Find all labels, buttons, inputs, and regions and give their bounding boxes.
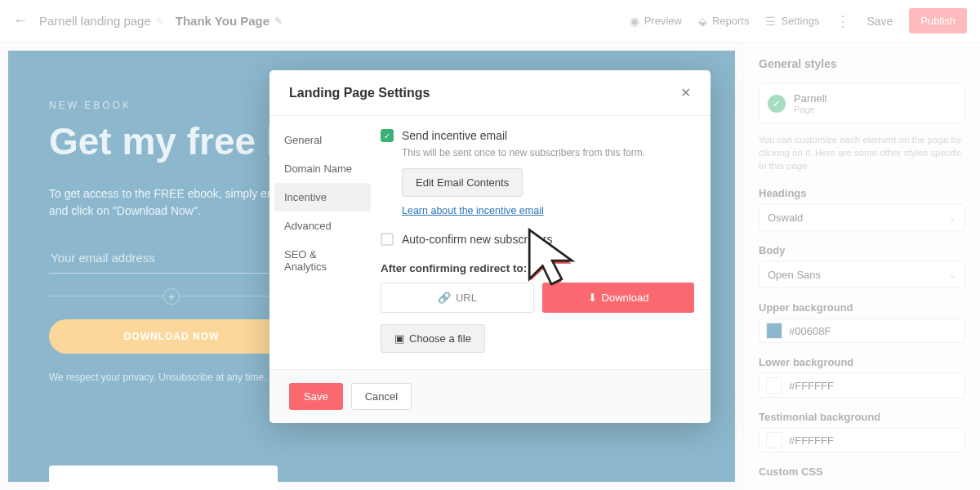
- choose-file-button[interactable]: ▣ Choose a file: [381, 324, 485, 353]
- send-incentive-checkbox[interactable]: ✓: [381, 129, 394, 142]
- edit-email-button[interactable]: Edit Email Contents: [402, 168, 523, 197]
- download-option-button[interactable]: ⬇ Download: [542, 283, 694, 313]
- choose-file-label: Choose a file: [409, 332, 471, 345]
- modal-cancel-button[interactable]: Cancel: [351, 383, 412, 410]
- modal-title: Landing Page Settings: [289, 86, 430, 100]
- url-option-label: URL: [456, 292, 477, 304]
- tab-advanced[interactable]: Advanced: [270, 212, 376, 240]
- settings-modal: Landing Page Settings ✕ General Domain N…: [270, 70, 710, 423]
- auto-confirm-checkbox[interactable]: [381, 233, 394, 246]
- modal-footer: Save Cancel: [270, 369, 710, 423]
- auto-confirm-label: Auto-confirm new subscribers: [402, 233, 552, 246]
- tab-domain[interactable]: Domain Name: [270, 154, 376, 183]
- send-incentive-hint: This will be sent once to new subscriber…: [402, 147, 694, 158]
- modal-tabs: General Domain Name Incentive Advanced S…: [270, 116, 376, 369]
- modal-content: ✓ Send incentive email This will be sent…: [376, 116, 710, 369]
- learn-incentive-link[interactable]: Learn about the incentive email: [402, 205, 544, 216]
- tab-seo[interactable]: SEO & Analytics: [270, 240, 376, 281]
- link-icon: 🔗: [438, 292, 451, 304]
- modal-save-button[interactable]: Save: [289, 383, 343, 410]
- modal-header: Landing Page Settings ✕: [270, 70, 710, 116]
- tab-general[interactable]: General: [270, 126, 376, 154]
- send-incentive-label: Send incentive email: [402, 129, 507, 142]
- tab-incentive[interactable]: Incentive: [274, 183, 371, 212]
- redirect-label: After confirming redirect to:: [381, 262, 694, 274]
- download-option-label: Download: [602, 292, 649, 304]
- image-icon: ▣: [394, 332, 404, 345]
- url-option-button[interactable]: 🔗 URL: [381, 283, 534, 313]
- close-icon[interactable]: ✕: [680, 85, 691, 100]
- download-icon: ⬇: [588, 292, 597, 304]
